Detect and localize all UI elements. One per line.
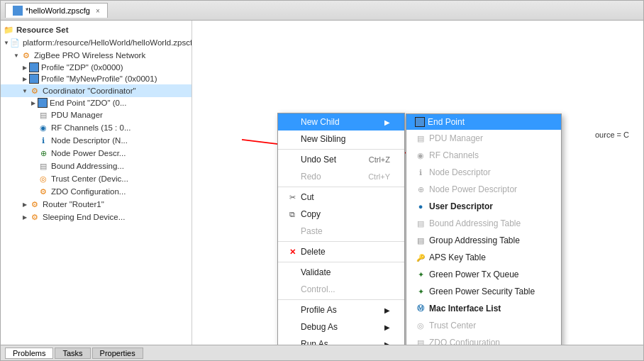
menu-run-as[interactable]: Run As ▶ <box>278 335 404 345</box>
submenu-green-power-tx[interactable]: ✦ Green Power Tx Queue <box>406 266 561 283</box>
menu-validate[interactable]: Validate <box>278 264 404 281</box>
tab-label: *helloWorld.zpscfg <box>26 6 90 15</box>
menu-control[interactable]: Control... <box>278 281 404 298</box>
paste-icon <box>287 226 298 237</box>
bound-addressing-label: Bound Addressing Table <box>429 218 521 228</box>
green-tx-icon: ✦ <box>415 269 426 280</box>
tree-bound-addressing[interactable]: ▶ ▤ Bound Addressing... <box>1 160 191 172</box>
submenu-green-power-sec[interactable]: ✦ Green Power Security Table <box>406 283 561 300</box>
expand-arrow: ▶ <box>21 74 29 83</box>
trust-center-sub-label: Trust Center <box>429 321 476 331</box>
node-power-sub-label: Node Power Descriptor <box>429 184 517 194</box>
trust-icon: ◎ <box>38 173 49 184</box>
menu-paste[interactable]: Paste <box>278 223 404 240</box>
zdo-config-sub-label: ZDO Configuration <box>429 338 500 345</box>
status-tab-properties[interactable]: Properties <box>92 348 143 359</box>
content-area: 📁 Resource Set ▼ 📄 platform:/resource/He… <box>1 21 643 345</box>
tree-zdo-config[interactable]: ▶ ⚙ ZDO Configuration... <box>1 185 191 198</box>
tree-profile-mynew[interactable]: ▶ Profile "MyNewProfile" (0x0001) <box>1 73 191 84</box>
menu-new-child[interactable]: New Child ▶ <box>278 113 404 130</box>
resource-set-label: Resource Set <box>16 26 69 34</box>
menu-profile-as[interactable]: Profile As ▶ <box>278 301 404 318</box>
menu-delete[interactable]: ✕ Delete <box>278 243 404 260</box>
title-bar: *helloWorld.zpscfg × <box>1 1 643 21</box>
validate-label: Validate <box>301 267 331 277</box>
bound-sub-icon: ▤ <box>415 218 426 229</box>
tree-node-descriptor[interactable]: ▶ ℹ Node Descriptor (N... <box>1 134 191 147</box>
status-bar: Problems Tasks Properties <box>1 345 643 360</box>
tree-router1[interactable]: ▶ ⚙ Router "Router1" <box>1 198 191 211</box>
user-desc-icon: ● <box>415 201 426 212</box>
folder-icon: 📁 <box>4 25 13 35</box>
zdo-sub-icon: ▤ <box>415 337 426 345</box>
menu-new-sibling[interactable]: New Sibling <box>278 130 404 148</box>
tree-pdu-manager[interactable]: ▶ ▤ PDU Manager <box>1 109 191 121</box>
problems-label: Problems <box>13 349 45 357</box>
cut-label: Cut <box>301 192 314 202</box>
tree-profile-zdp[interactable]: ▶ Profile "ZDP" (0x0000) <box>1 62 191 73</box>
tasks-label: Tasks <box>62 349 82 357</box>
delete-label: Delete <box>301 247 326 257</box>
submenu-aps-key-table[interactable]: 🔑 APS Key Table <box>406 249 561 266</box>
editor-tab[interactable]: *helloWorld.zpscfg × <box>5 3 108 18</box>
tree-trust-center[interactable]: ▶ ◎ Trust Center (Devic... <box>1 172 191 185</box>
profile-mynew-icon <box>29 74 39 84</box>
submenu-trust-center[interactable]: ◎ Trust Center <box>406 317 561 334</box>
control-icon <box>287 284 298 295</box>
delete-icon: ✕ <box>287 246 298 257</box>
node-desc-sub-icon: ℹ <box>415 167 426 178</box>
tree-sleeping-end[interactable]: ▶ ⚙ Sleeping End Device... <box>1 211 191 223</box>
run-submenu-arrow: ▶ <box>384 340 390 345</box>
new-sibling-icon <box>287 133 298 145</box>
sep3 <box>278 241 404 242</box>
submenu-bound-addressing[interactable]: ▤ Bound Addressing Table <box>406 215 561 232</box>
debug-as-label: Debug As <box>301 322 338 332</box>
resource-set-header: 📁 Resource Set <box>1 23 191 36</box>
submenu-node-power-desc[interactable]: ⊕ Node Power Descriptor <box>406 181 561 198</box>
tree-zigbee-pro[interactable]: ▼ ⚙ ZigBee PRO Wireless Network <box>1 49 191 62</box>
pdu-icon: ▤ <box>38 109 49 121</box>
tab-close-button[interactable]: × <box>96 7 100 15</box>
submenu-group-addressing[interactable]: ▤ Group Addressing Table <box>406 232 561 249</box>
sep4 <box>278 262 404 262</box>
endpoint-icon <box>38 98 48 108</box>
menu-redo[interactable]: Redo Ctrl+Y <box>278 168 404 185</box>
submenu-user-descriptor[interactable]: ● User Descriptor <box>406 198 561 215</box>
tree-node-power[interactable]: ▶ ⊕ Node Power Descr... <box>1 147 191 160</box>
new-sibling-label: New Sibling <box>301 134 345 144</box>
submenu-mac-interface[interactable]: Ⓜ Mac Interface List <box>406 300 561 317</box>
redo-icon <box>287 171 298 182</box>
menu-copy[interactable]: ⧉ Copy <box>278 206 404 223</box>
submenu-node-descriptor[interactable]: ℹ Node Descriptor <box>406 164 561 181</box>
debug-submenu-arrow: ▶ <box>384 323 390 331</box>
submenu-pdu-manager[interactable]: ▤ PDU Manager <box>406 130 561 147</box>
submenu-rf-channels[interactable]: ◉ RF Channels <box>406 147 561 164</box>
status-tab-problems[interactable]: Problems <box>5 348 53 359</box>
debug-as-icon <box>287 321 298 333</box>
paste-label: Paste <box>301 226 323 236</box>
tree-root[interactable]: ▼ 📄 platform:/resource/HelloWorld/helloW… <box>1 36 191 49</box>
submenu-zdo-config[interactable]: ▤ ZDO Configuration <box>406 334 561 345</box>
mac-interface-label: Mac Interface List <box>429 304 501 313</box>
profile-submenu-arrow: ▶ <box>384 306 390 314</box>
profile-as-label: Profile As <box>301 305 337 315</box>
menu-debug-as[interactable]: Debug As ▶ <box>278 318 404 335</box>
root-icon: 📄 <box>9 37 21 48</box>
status-tab-tasks[interactable]: Tasks <box>55 348 90 359</box>
tree-endpoint-zdo[interactable]: ▶ End Point "ZDO" (0... <box>1 97 191 109</box>
undo-set-label: Undo Set <box>301 155 336 165</box>
pdu-manager-sub-icon: ▤ <box>415 133 426 144</box>
menu-undo-set[interactable]: Undo Set Ctrl+Z <box>278 151 404 168</box>
rf-icon: ◉ <box>38 122 49 133</box>
sep5 <box>278 299 404 300</box>
menu-cut[interactable]: ✂ Cut <box>278 189 404 206</box>
validate-icon <box>287 267 298 278</box>
submenu-end-point[interactable]: End Point <box>406 114 561 130</box>
tree-coordinator[interactable]: ▼ ⚙ Coordinator "Coordinator" <box>1 84 191 97</box>
profile-as-icon <box>287 304 298 316</box>
zdo-icon: ⚙ <box>38 186 49 197</box>
rf-channels-sub-label: RF Channels <box>429 150 479 160</box>
sleeping-icon: ⚙ <box>29 211 40 223</box>
zigbee-icon: ⚙ <box>21 50 32 61</box>
tree-rf-channels[interactable]: ▶ ◉ RF Channels (15 : 0... <box>1 121 191 134</box>
